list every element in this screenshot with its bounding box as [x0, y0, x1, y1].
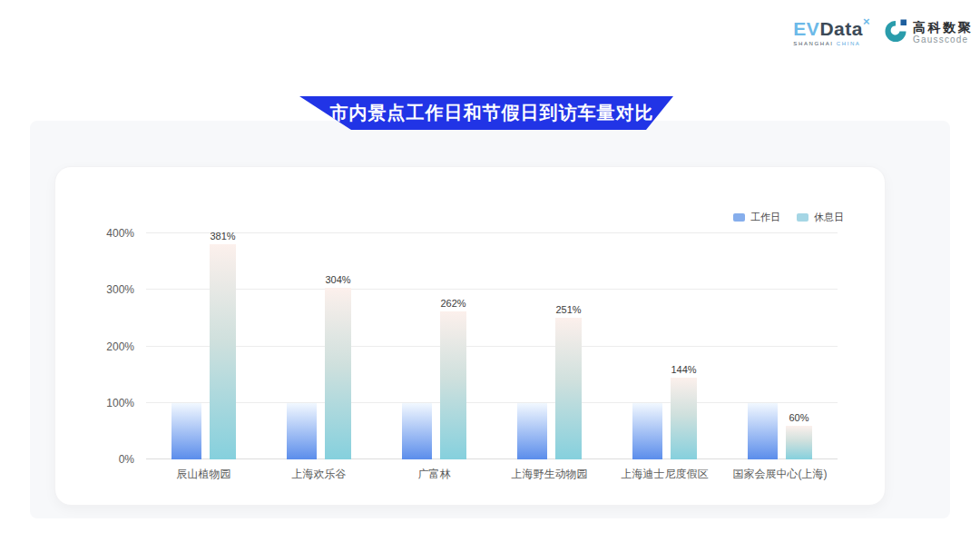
bar-休息日-上海欢乐谷: 304% [325, 288, 351, 459]
x-axis-label: 上海野生动物园 [492, 467, 607, 482]
page-title: 市内景点工作日和节假日到访车量对比 [319, 101, 654, 125]
bar-group: 262% [377, 233, 492, 459]
legend-marker-workday [733, 213, 745, 222]
header-logos: EVData× SHANGHAI CHINA 高科数聚 Gausscode [793, 18, 973, 47]
bar-group: 304% [261, 233, 377, 459]
bar-value-label: 144% [671, 364, 696, 375]
bar-休息日-国家会展中心(上海): 60% [786, 426, 812, 459]
x-axis-label: 上海迪士尼度假区 [607, 467, 722, 482]
evdata-logo-ev: EV [793, 18, 819, 39]
bar-工作日-广富林 [402, 403, 432, 459]
x-axis-label: 辰山植物园 [146, 467, 261, 482]
bar-工作日-上海迪士尼度假区 [632, 403, 662, 459]
bar-value-label: 251% [555, 304, 581, 315]
bar-group: 251% [492, 233, 607, 459]
x-axis-labels: 辰山植物园上海欢乐谷广富林上海野生动物园上海迪士尼度假区国家会展中心(上海) [146, 467, 838, 482]
y-axis-tick: 100% [106, 397, 134, 409]
legend-item-workday[interactable]: 工作日 [733, 211, 780, 224]
bar-休息日-广富林: 262% [440, 311, 466, 459]
gausscode-logo: 高科数聚 Gausscode [883, 18, 973, 47]
content-panel: 工作日 休息日 0%100%200%300%400%381%304%262%25… [30, 121, 950, 518]
bar-工作日-辰山植物园 [172, 403, 201, 459]
chart-legend: 工作日 休息日 [733, 211, 844, 224]
bar-工作日-国家会展中心(上海) [748, 403, 778, 459]
bar-工作日-上海欢乐谷 [287, 403, 317, 459]
legend-marker-restday [797, 213, 808, 222]
title-banner: 市内景点工作日和节假日到访车量对比 [299, 96, 673, 130]
gausscode-name-cn: 高科数聚 [913, 20, 973, 34]
y-axis-tick: 200% [106, 340, 134, 353]
evdata-logo-subtext: SHANGHAI CHINA [793, 41, 870, 46]
legend-label-restday: 休息日 [814, 211, 844, 224]
bar-工作日-上海野生动物园 [517, 403, 547, 459]
x-axis-label: 上海欢乐谷 [261, 467, 377, 482]
bar-value-label: 262% [440, 298, 466, 309]
gausscode-name-en: Gausscode [913, 34, 973, 45]
bar-休息日-上海迪士尼度假区: 144% [671, 378, 697, 459]
plot-area: 0%100%200%300%400%381%304%262%251%144%60… [146, 233, 838, 459]
bar-value-label: 60% [789, 412, 808, 423]
bar-group: 144% [607, 233, 722, 459]
bar-group: 60% [722, 233, 838, 459]
gausscode-text: 高科数聚 Gausscode [913, 20, 973, 45]
bar-休息日-辰山植物园: 381% [210, 244, 236, 459]
evdata-logo-data: Data [819, 18, 863, 39]
y-axis-tick: 0% [119, 453, 134, 466]
evdata-logo-text: EVData× [793, 19, 870, 38]
bar-value-label: 304% [325, 274, 350, 285]
evdata-logo-x-mark: × [863, 15, 870, 28]
legend-label-workday: 工作日 [750, 211, 780, 224]
chart-card: 工作日 休息日 0%100%200%300%400%381%304%262%25… [54, 166, 886, 506]
y-axis-tick: 300% [106, 283, 134, 296]
gausscode-g-icon [883, 18, 908, 47]
bar-value-label: 381% [210, 231, 235, 242]
legend-item-restday[interactable]: 休息日 [797, 211, 844, 224]
evdata-subtext-shanghai: SHANGHAI [793, 41, 833, 46]
x-axis-label: 广富林 [377, 467, 492, 482]
bar-休息日-上海野生动物园: 251% [555, 318, 582, 459]
x-axis-label: 国家会展中心(上海) [722, 467, 838, 482]
bar-group: 381% [146, 233, 261, 459]
evdata-logo: EVData× SHANGHAI CHINA [793, 19, 870, 46]
evdata-subtext-china: CHINA [837, 41, 861, 46]
y-axis-tick: 400% [106, 227, 134, 240]
